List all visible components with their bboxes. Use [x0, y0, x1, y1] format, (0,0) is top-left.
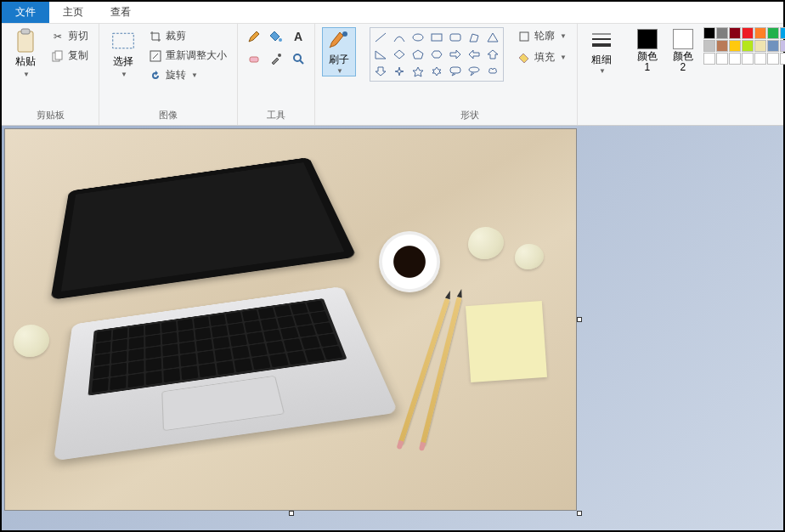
chevron-down-icon: ▼ [336, 67, 343, 75]
group-stroke: 粗细 ▼ [578, 24, 625, 125]
color-swatch[interactable] [754, 53, 766, 65]
color-swatch[interactable] [703, 27, 715, 39]
stroke-button[interactable]: 粗细 ▼ [585, 27, 618, 76]
shape-oval[interactable] [409, 30, 426, 45]
shape-arrow-up[interactable] [484, 47, 501, 62]
canvas-area[interactable] [2, 126, 783, 530]
svg-point-10 [342, 31, 347, 37]
cut-button[interactable]: ✂ 剪切 [48, 27, 92, 45]
color2-button[interactable]: 颜色 2 [668, 27, 698, 75]
color-swatch[interactable] [767, 27, 779, 39]
color-swatch[interactable] [767, 53, 779, 65]
color-swatch[interactable] [780, 40, 785, 52]
shape-5star[interactable] [409, 64, 426, 79]
color-swatch[interactable] [754, 27, 766, 39]
outline-button[interactable]: 轮廓 ▼ [514, 27, 570, 45]
resize-handle-s[interactable] [289, 511, 294, 516]
paper-ball [468, 227, 504, 259]
copy-button[interactable]: 复制 [48, 47, 92, 65]
svg-rect-16 [520, 32, 528, 41]
color-swatch[interactable] [729, 53, 741, 65]
selection-icon [111, 29, 135, 53]
shape-callout-oval[interactable] [466, 64, 483, 79]
resize-handle-se[interactable] [577, 511, 582, 516]
color-swatch[interactable] [729, 27, 741, 39]
picker-tool[interactable] [267, 49, 285, 68]
color-swatch[interactable] [703, 40, 715, 52]
color-swatch[interactable] [780, 27, 785, 39]
shape-right-triangle[interactable] [372, 47, 389, 62]
fill-label: 填充 [534, 50, 555, 65]
brush-button[interactable]: 刷子 ▼ [322, 27, 356, 76]
select-button[interactable]: 选择 ▼ [106, 27, 140, 80]
color1-button[interactable]: 颜色 1 [632, 27, 663, 75]
group-clipboard: 粘贴 ▼ ✂ 剪切 复制 剪贴板 [2, 24, 99, 125]
chevron-down-icon: ▼ [599, 67, 606, 75]
shape-triangle[interactable] [484, 30, 501, 45]
clipboard-icon [14, 29, 37, 53]
svg-rect-3 [55, 51, 62, 59]
magnifier-tool[interactable] [289, 49, 308, 68]
copy-label: 复制 [68, 48, 88, 63]
resize-button[interactable]: 重新调整大小 [145, 47, 230, 65]
color-swatch[interactable] [716, 53, 728, 65]
paste-label: 粘贴 [15, 54, 36, 69]
canvas-image[interactable] [5, 129, 576, 510]
coffee-mug [379, 231, 440, 292]
svg-rect-4 [113, 33, 134, 48]
shape-polygon[interactable] [466, 30, 483, 45]
color-swatch[interactable] [780, 53, 785, 65]
color-swatch[interactable] [754, 40, 766, 52]
rotate-icon [149, 69, 162, 82]
rotate-button[interactable]: 旋转 ▼ [145, 66, 230, 84]
color-swatch[interactable] [742, 27, 754, 39]
resize-handle-e[interactable] [577, 317, 582, 322]
shape-line[interactable] [372, 30, 389, 45]
paste-button[interactable]: 粘贴 ▼ [8, 27, 42, 80]
chevron-down-icon: ▼ [121, 71, 127, 78]
tab-home[interactable]: 主页 [49, 2, 97, 23]
tab-view[interactable]: 查看 [97, 2, 144, 23]
cut-label: 剪切 [68, 29, 88, 43]
color-swatch[interactable] [767, 40, 779, 52]
eraser-tool[interactable] [245, 49, 263, 68]
text-tool[interactable]: A [289, 27, 308, 46]
brush-icon [327, 29, 351, 53]
fill-tool[interactable] [267, 27, 285, 46]
group-shapes: 轮廓 ▼ 填充 ▼ 形状 [363, 24, 578, 125]
fill-button[interactable]: 填充 ▼ [514, 48, 570, 66]
color-swatch[interactable] [703, 53, 715, 65]
color-swatch[interactable] [729, 40, 741, 52]
shape-hexagon[interactable] [428, 47, 445, 62]
shape-arrow-right[interactable] [447, 47, 464, 62]
color-swatch[interactable] [716, 40, 728, 52]
shape-6star[interactable] [428, 64, 445, 79]
shape-gallery[interactable] [370, 27, 504, 82]
paper-ball [14, 325, 49, 357]
shape-roundrect[interactable] [447, 30, 464, 45]
pencil-tool[interactable] [245, 27, 263, 46]
shape-arrow-down[interactable] [372, 64, 389, 79]
image-group-label: 图像 [106, 107, 230, 123]
shape-callout-round[interactable] [447, 64, 464, 79]
shape-callout-cloud[interactable] [484, 64, 501, 79]
fill-icon [517, 51, 531, 65]
ribbon: 粘贴 ▼ ✂ 剪切 复制 剪贴板 [2, 24, 783, 126]
shape-4star[interactable] [391, 64, 408, 79]
svg-point-6 [279, 38, 282, 42]
group-image: 选择 ▼ 裁剪 重新调整大小 [99, 24, 238, 125]
copy-icon [51, 49, 65, 63]
tab-file[interactable]: 文件 [2, 2, 49, 23]
crop-button[interactable]: 裁剪 [145, 27, 230, 45]
color-swatch[interactable] [716, 27, 728, 39]
shape-curve[interactable] [391, 30, 408, 45]
brush-label: 刷子 [329, 54, 349, 65]
shape-rect[interactable] [428, 30, 445, 45]
rotate-label: 旋转 [166, 68, 186, 82]
shape-pentagon[interactable] [409, 47, 426, 62]
shape-arrow-left[interactable] [466, 47, 483, 62]
shape-diamond[interactable] [391, 47, 408, 62]
color-swatch[interactable] [742, 40, 754, 52]
color-swatch[interactable] [742, 53, 754, 65]
svg-rect-12 [432, 34, 442, 41]
